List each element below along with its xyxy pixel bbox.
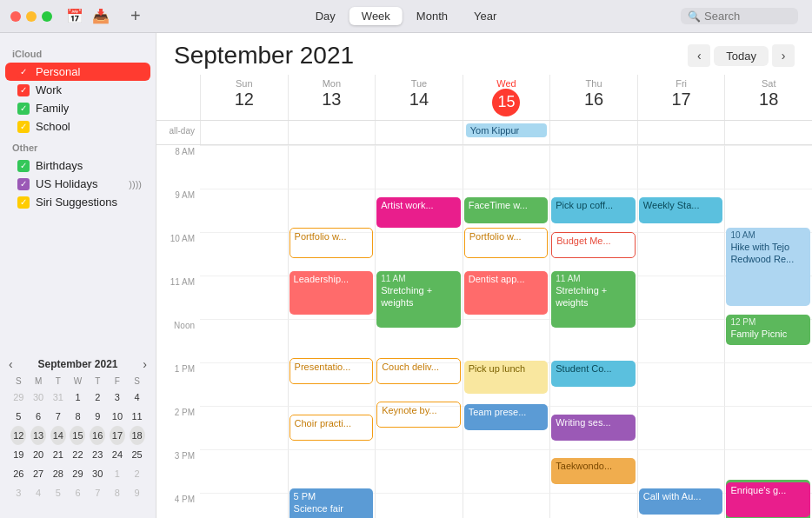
mini-cal-day-16[interactable]: 16 bbox=[90, 426, 105, 445]
event-dentist-app...[interactable]: Dentist app... bbox=[464, 271, 549, 315]
tab-month[interactable]: Month bbox=[404, 7, 460, 25]
mini-cal-day-3[interactable]: 3 bbox=[110, 388, 125, 407]
tab-week[interactable]: Week bbox=[349, 7, 403, 25]
mini-cal-day-20[interactable]: 20 bbox=[30, 445, 46, 464]
mini-cal-day-27[interactable]: 27 bbox=[30, 464, 46, 483]
mini-cal-day-1[interactable]: 1 bbox=[70, 388, 85, 407]
event-presentatio...[interactable]: Presentatio... bbox=[290, 358, 374, 384]
mini-cal-prev[interactable]: ‹ bbox=[9, 357, 13, 371]
mini-cal-day-17[interactable]: 17 bbox=[110, 426, 125, 445]
mini-cal-day-14[interactable]: 14 bbox=[50, 426, 66, 445]
event-enrique's-g...[interactable]: Enrique's g... bbox=[726, 482, 810, 517]
event-choir-practi...[interactable]: Choir practi... bbox=[290, 415, 374, 441]
event-student-co...[interactable]: Student Co... bbox=[551, 361, 636, 387]
mini-cal-day-29[interactable]: 29 bbox=[10, 388, 26, 407]
event-family-picnic[interactable]: 12 PMFamily Picnic bbox=[726, 315, 810, 345]
yom-kippur-event[interactable]: Yom Kippur bbox=[466, 123, 548, 137]
calendar-icon[interactable]: 📅 bbox=[66, 8, 83, 24]
event-5-pm-science-fair-pr[interactable]: 5 PMScience fair presentations bbox=[290, 488, 374, 518]
us-holidays-checkbox[interactable]: ✓ bbox=[17, 178, 30, 190]
event-portfolio-w...[interactable]: Portfolio w... bbox=[290, 228, 374, 258]
sidebar-item-personal[interactable]: ✓ Personal bbox=[5, 63, 150, 81]
event-couch-deliv...[interactable]: Couch deliv... bbox=[376, 358, 461, 384]
mini-cal-day-8[interactable]: 8 bbox=[110, 483, 125, 502]
time-grid-scroll[interactable]: 8 AM9 AM10 AM11 AMNoon1 PM2 PM3 PM4 PM5 … bbox=[156, 145, 812, 518]
mini-cal-day-29[interactable]: 29 bbox=[70, 464, 85, 483]
event-call-with-au...[interactable]: Call with Au... bbox=[639, 488, 723, 515]
mini-cal-day-19[interactable]: 19 bbox=[10, 445, 26, 464]
mini-cal-day-7[interactable]: 7 bbox=[90, 483, 105, 502]
mini-cal-day-30[interactable]: 30 bbox=[30, 388, 46, 407]
event-weekly-sta...[interactable]: Weekly Sta... bbox=[639, 197, 723, 223]
mini-cal-day-9[interactable]: 9 bbox=[130, 483, 145, 502]
event-pick-up-lunch[interactable]: Pick up lunch bbox=[464, 361, 549, 394]
mini-cal-day-26[interactable]: 26 bbox=[10, 464, 26, 483]
mini-cal-day-9[interactable]: 9 bbox=[90, 407, 105, 426]
cal-prev-button[interactable]: ‹ bbox=[688, 44, 710, 67]
mini-cal-day-4[interactable]: 4 bbox=[130, 388, 145, 407]
inbox-icon[interactable]: 📥 bbox=[92, 8, 110, 24]
mini-cal-day-2[interactable]: 2 bbox=[130, 464, 145, 483]
family-checkbox[interactable]: ✓ bbox=[17, 103, 30, 115]
event-writing-ses...[interactable]: Writing ses... bbox=[551, 415, 636, 441]
event-pick-up-coff...[interactable]: Pick up coff... bbox=[551, 197, 636, 223]
mini-cal-day-3[interactable]: 3 bbox=[10, 483, 26, 502]
siri-checkbox[interactable]: ✓ bbox=[17, 196, 30, 209]
birthdays-checkbox[interactable]: ✓ bbox=[17, 160, 30, 172]
mini-cal-day-12[interactable]: 12 bbox=[10, 426, 26, 445]
mini-cal-day-31[interactable]: 31 bbox=[50, 388, 66, 407]
cal-today-button[interactable]: Today bbox=[714, 46, 769, 66]
event-hike-with-tejo-redwo[interactable]: 10 AMHike with TejoRedwood Re... bbox=[726, 228, 810, 306]
mini-cal-day-11[interactable]: 11 bbox=[130, 407, 145, 426]
work-checkbox[interactable]: ✓ bbox=[17, 84, 30, 96]
mini-cal-day-28[interactable]: 28 bbox=[50, 464, 66, 483]
mini-cal-day-21[interactable]: 21 bbox=[50, 445, 66, 464]
school-checkbox[interactable]: ✓ bbox=[17, 121, 30, 133]
event-stretching-+-weights[interactable]: 11 AMStretching + weights bbox=[376, 271, 461, 328]
cal-next-button[interactable]: › bbox=[772, 44, 795, 67]
close-button[interactable] bbox=[10, 11, 21, 22]
mini-cal-day-5[interactable]: 5 bbox=[50, 483, 66, 502]
mini-cal-day-25[interactable]: 25 bbox=[130, 445, 145, 464]
sidebar-item-us-holidays[interactable]: ✓ US Holidays )))) bbox=[5, 175, 150, 193]
minimize-button[interactable] bbox=[26, 11, 37, 22]
add-event-button[interactable]: + bbox=[130, 6, 141, 26]
sidebar-item-work[interactable]: ✓ Work bbox=[5, 81, 150, 99]
sidebar-item-family[interactable]: ✓ Family bbox=[5, 99, 150, 117]
tab-year[interactable]: Year bbox=[462, 7, 509, 25]
mini-cal-day-8[interactable]: 8 bbox=[70, 407, 85, 426]
mini-cal-day-6[interactable]: 6 bbox=[70, 483, 85, 502]
mini-cal-day-4[interactable]: 4 bbox=[30, 483, 46, 502]
mini-cal-day-13[interactable]: 13 bbox=[30, 426, 46, 445]
event-facetime-w...[interactable]: FaceTime w... bbox=[464, 197, 549, 223]
mini-cal-day-23[interactable]: 23 bbox=[90, 445, 105, 464]
event-artist-work...[interactable]: Artist work... bbox=[376, 197, 461, 228]
mini-cal-day-22[interactable]: 22 bbox=[70, 445, 85, 464]
sidebar-item-school[interactable]: ✓ School bbox=[5, 117, 150, 136]
mini-cal-day-30[interactable]: 30 bbox=[90, 464, 105, 483]
search-input[interactable] bbox=[704, 10, 791, 23]
event-budget-me...[interactable]: Budget Me... bbox=[551, 232, 636, 258]
event-portfolio-w...[interactable]: Portfolio w... bbox=[464, 228, 549, 258]
mini-cal-day-15[interactable]: 15 bbox=[70, 426, 85, 445]
mini-cal-day-5[interactable]: 5 bbox=[10, 407, 26, 426]
event-leadership...[interactable]: Leadership... bbox=[290, 271, 374, 315]
tab-day[interactable]: Day bbox=[303, 7, 348, 25]
event-keynote-by...[interactable]: Keynote by... bbox=[376, 402, 461, 428]
event-taekwondo...[interactable]: Taekwondo... bbox=[551, 458, 636, 484]
maximize-button[interactable] bbox=[42, 11, 52, 22]
mini-cal-day-10[interactable]: 10 bbox=[110, 407, 125, 426]
sidebar-item-birthdays[interactable]: ✓ Birthdays bbox=[5, 156, 150, 175]
mini-cal-next[interactable]: › bbox=[143, 357, 147, 371]
mini-cal-day-7[interactable]: 7 bbox=[50, 407, 66, 426]
mini-cal-day-1[interactable]: 1 bbox=[110, 464, 125, 483]
personal-checkbox[interactable]: ✓ bbox=[17, 66, 30, 78]
mini-cal-day-24[interactable]: 24 bbox=[110, 445, 125, 464]
mini-cal-day-2[interactable]: 2 bbox=[90, 388, 105, 407]
sidebar-item-siri-suggestions[interactable]: ✓ Siri Suggestions bbox=[5, 193, 150, 211]
mini-cal-day-6[interactable]: 6 bbox=[30, 407, 46, 426]
event-team-prese...[interactable]: Team prese... bbox=[464, 404, 549, 430]
search-area[interactable]: 🔍 bbox=[681, 8, 798, 24]
mini-cal-day-18[interactable]: 18 bbox=[130, 426, 145, 445]
event-stretching-+-weights[interactable]: 11 AMStretching + weights bbox=[551, 271, 636, 328]
